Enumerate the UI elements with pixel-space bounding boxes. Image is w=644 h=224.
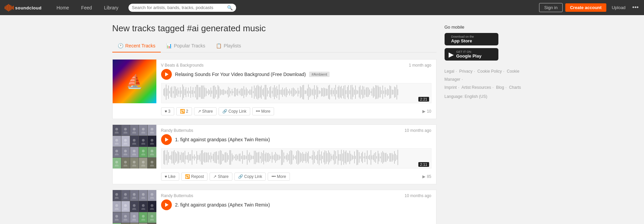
tab-popular-tracks[interactable]: 📊 Popular Tracks <box>161 40 211 52</box>
track-title[interactable]: 1. fight against grandpas (Aphex Twin Re… <box>175 137 270 142</box>
track-meta-row: Randy Butternubs 10 months ago <box>161 193 431 198</box>
svg-point-42 <box>123 164 127 166</box>
link-privacy[interactable]: Privacy <box>459 69 472 74</box>
link-legal[interactable]: Legal <box>445 69 454 74</box>
svg-point-75 <box>142 215 145 218</box>
share-button[interactable]: ↗ Share <box>194 107 217 115</box>
svg-point-49 <box>115 193 118 196</box>
copy-link-button[interactable]: 🔗 Copy Link <box>219 107 250 115</box>
svg-rect-6 <box>12 6 12 9</box>
svg-point-20 <box>115 143 119 145</box>
play-button[interactable] <box>161 199 172 210</box>
track-title-row: 1. fight against grandpas (Aphex Twin Re… <box>161 134 431 145</box>
track-tag[interactable]: #Ambient <box>309 72 329 77</box>
tab-recent-tracks[interactable]: 🕐 Recent Tracks <box>112 40 161 52</box>
svg-point-69 <box>115 215 118 218</box>
waveform-timestamp: 2:11 <box>418 162 429 167</box>
like-button[interactable]: ♥ 3 <box>161 107 174 115</box>
svg-point-26 <box>141 143 145 145</box>
link-cookie-policy[interactable]: Cookie Policy <box>478 69 502 74</box>
track-title[interactable]: 2. fight against grandpas (Aphex Twin Re… <box>175 202 270 208</box>
svg-point-17 <box>151 128 153 130</box>
more-button[interactable]: ••• More <box>252 107 274 115</box>
language-line: Language: English (US) <box>445 94 532 99</box>
track-card: Randy Butternubs 10 months ago 1. fight … <box>112 124 437 184</box>
svg-point-77 <box>151 215 153 218</box>
svg-point-37 <box>151 150 153 152</box>
track-thumbnail[interactable]: ⛵ <box>113 60 156 103</box>
track-image-grid <box>113 190 156 224</box>
svg-rect-4 <box>9 5 10 11</box>
language-label: Language: <box>445 94 464 99</box>
svg-point-23 <box>133 139 136 142</box>
waveform-timestamp: 2:21 <box>418 97 429 102</box>
link-blog[interactable]: Blog <box>496 85 504 90</box>
repost-button[interactable]: 🔁 2 <box>176 107 192 115</box>
search-input[interactable] <box>132 5 226 10</box>
svg-point-50 <box>115 197 119 199</box>
svg-point-22 <box>123 143 127 145</box>
svg-point-45 <box>142 161 145 163</box>
nav-home[interactable]: Home <box>50 0 75 15</box>
link-artist-resources[interactable]: Artist Resources <box>461 85 491 90</box>
repost-button[interactable]: 🔁 Repost <box>181 173 207 181</box>
track-artist[interactable]: Randy Butternubs <box>161 128 193 133</box>
svg-point-53 <box>133 193 136 196</box>
signin-button[interactable]: Sign in <box>539 3 563 12</box>
svg-point-41 <box>124 161 127 163</box>
app-store-name: App Store <box>451 38 474 43</box>
svg-point-16 <box>141 132 145 134</box>
track-thumbnail[interactable] <box>113 190 156 224</box>
track-artist[interactable]: V Beats & Backgrounds <box>161 63 204 68</box>
svg-point-78 <box>150 219 154 221</box>
svg-point-19 <box>115 139 118 142</box>
track-title[interactable]: Relaxing Sounds For Your Video Backgroun… <box>175 72 306 77</box>
track-artist[interactable]: Randy Butternubs <box>161 193 193 198</box>
svg-rect-5 <box>11 5 11 10</box>
track-title-row: Relaxing Sounds For Your Video Backgroun… <box>161 69 431 80</box>
app-store-badge[interactable]: Download on the App Store <box>445 33 498 45</box>
play-button[interactable] <box>161 134 172 145</box>
track-time-ago: 1 month ago <box>409 63 431 68</box>
page-title: New tracks tagged #ai generated music <box>112 23 437 34</box>
svg-point-62 <box>123 208 127 210</box>
create-account-button[interactable]: Create account <box>565 3 606 12</box>
svg-point-74 <box>132 219 136 221</box>
waveform[interactable]: 2:11 <box>161 148 431 169</box>
playlists-icon: 📋 <box>216 43 222 48</box>
svg-point-54 <box>132 197 136 199</box>
google-play-badge[interactable]: ▶ GET IT ON Google Play <box>445 48 498 61</box>
svg-point-14 <box>132 132 136 134</box>
svg-point-38 <box>150 153 154 155</box>
more-button[interactable]: ••• More <box>268 173 290 181</box>
svg-point-31 <box>124 150 127 152</box>
track-actions: ♥ 3 🔁 2 ↗ Share 🔗 Copy Link ••• More ▶ 1… <box>161 107 431 115</box>
svg-point-35 <box>142 150 145 152</box>
svg-rect-7 <box>13 6 14 10</box>
track-title-row: 2. fight against grandpas (Aphex Twin Re… <box>161 199 431 210</box>
more-options-button[interactable]: ••• <box>631 4 640 11</box>
nav-feed[interactable]: Feed <box>75 0 98 15</box>
nav-library[interactable]: Library <box>98 0 124 15</box>
copy-link-button[interactable]: 🔗 Copy Link <box>234 173 266 181</box>
track-time-ago: 10 months ago <box>405 193 431 198</box>
search-icon: 🔍 <box>227 5 233 10</box>
tab-popular-tracks-label: Popular Tracks <box>174 43 205 48</box>
track-body: Randy Butternubs 10 months ago 2. fight … <box>156 190 436 224</box>
share-button[interactable]: ↗ Share <box>210 173 232 181</box>
like-button[interactable]: ♥ Like <box>161 173 179 181</box>
svg-point-25 <box>142 139 145 142</box>
svg-point-15 <box>142 128 145 130</box>
logo[interactable]: soundcloud <box>4 3 48 12</box>
tab-playlists[interactable]: 📋 Playlists <box>211 40 246 52</box>
svg-point-12 <box>123 132 127 134</box>
svg-point-57 <box>151 193 153 196</box>
play-icon: ▶ <box>422 109 425 114</box>
upload-button[interactable]: Upload <box>609 5 628 10</box>
link-charts[interactable]: Charts <box>509 85 521 90</box>
play-button[interactable] <box>161 69 172 80</box>
svg-point-68 <box>150 208 154 210</box>
waveform[interactable]: 2:21 <box>161 83 431 103</box>
track-thumbnail[interactable] <box>113 125 156 169</box>
link-imprint[interactable]: Imprint <box>445 85 457 90</box>
